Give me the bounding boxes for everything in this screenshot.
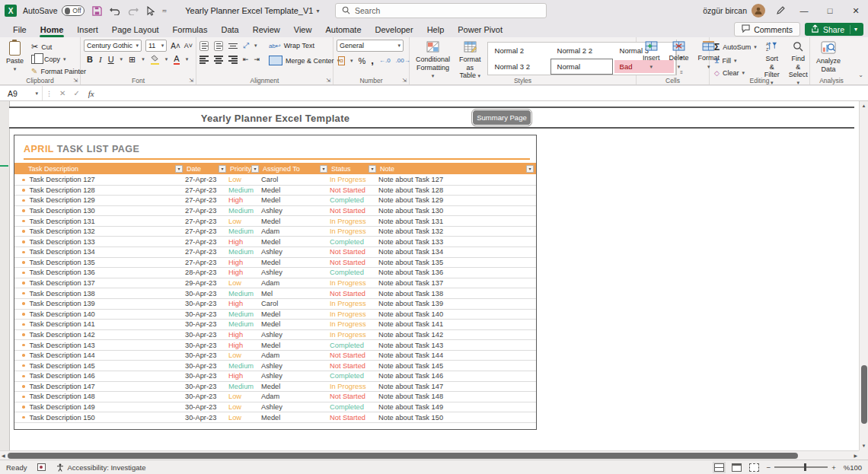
save-icon[interactable]	[92, 6, 102, 16]
touch-mode-icon[interactable]	[146, 6, 155, 16]
excel-app-icon[interactable]: X	[5, 5, 17, 17]
bottom-align-icon[interactable]	[228, 42, 238, 50]
shrink-font-button[interactable]: A˅	[184, 42, 193, 49]
accessibility-status[interactable]: Accessibility: Investigate	[56, 463, 145, 472]
table-row[interactable]: Task Description 14330-Apr-23HighMedelCo…	[14, 340, 536, 351]
table-row[interactable]: Task Description 15030-Apr-23LowMedelNot…	[14, 412, 536, 423]
filter-dropdown-icon[interactable]: ▾	[251, 165, 259, 173]
document-title[interactable]: Yearly Planner Excel Template_V1 ▾	[185, 6, 319, 15]
table-row[interactable]: Task Description 13930-Apr-23HighCarolIn…	[14, 299, 536, 310]
scroll-down-icon[interactable]: ▼	[862, 441, 866, 450]
paste-button[interactable]: Paste▾	[3, 40, 27, 75]
copy-button[interactable]: Copy▾	[30, 54, 88, 65]
tab-formulas[interactable]: Formulas	[166, 23, 215, 37]
horizontal-scroll-thumb[interactable]	[8, 453, 798, 459]
table-row[interactable]: Task Description 14430-Apr-23LowAdamNot …	[14, 351, 536, 361]
zoom-thumb[interactable]	[804, 463, 807, 471]
autosave-toggle[interactable]: Off	[62, 5, 85, 16]
align-center-icon[interactable]	[214, 55, 223, 65]
find-select-button[interactable]: Find &Select ▾	[786, 40, 811, 75]
table-row[interactable]: Task Description 13027-Apr-23MediumAshle…	[14, 206, 536, 217]
search-box[interactable]: Search	[335, 3, 547, 18]
filter-dropdown-icon[interactable]: ▾	[219, 165, 226, 173]
accounting-format-icon[interactable]: ¤	[338, 56, 345, 65]
page-layout-view-icon[interactable]	[732, 463, 742, 472]
tab-power-pivot[interactable]: Power Pivot	[451, 23, 509, 37]
close-button[interactable]: ✕	[848, 6, 863, 16]
table-row[interactable]: Task Description 14930-Apr-23LowAshleyCo…	[14, 402, 536, 413]
zoom-in-icon[interactable]: +	[831, 463, 836, 472]
undo-icon[interactable]	[110, 6, 120, 15]
redo-icon[interactable]	[128, 6, 139, 15]
insert-function-icon[interactable]: fx	[84, 89, 99, 98]
underline-button[interactable]: U	[108, 55, 114, 64]
table-row[interactable]: Task Description 12827-Apr-23MediumMedel…	[14, 186, 536, 196]
scroll-left-icon[interactable]: ◀	[0, 453, 7, 458]
alignment-dialog-launcher[interactable]: ⇲	[326, 78, 330, 84]
enter-icon[interactable]: ✓	[69, 89, 83, 97]
wrap-text-button[interactable]: ab↩Wrap Text	[267, 41, 341, 50]
analyze-data-button[interactable]: AnalyzeData	[813, 40, 844, 75]
sort-filter-button[interactable]: AZ Sort &Filter ▾	[761, 40, 783, 75]
format-as-table-button[interactable]: Format asTable ▾	[456, 40, 484, 75]
scroll-right-icon[interactable]: ▶	[852, 453, 859, 458]
table-row[interactable]: Task Description 12927-Apr-23HighMedelCo…	[14, 196, 536, 206]
table-row[interactable]: Task Description 13127-Apr-23LowMedelIn …	[14, 216, 536, 227]
page-break-view-icon[interactable]	[749, 463, 759, 472]
tab-developer[interactable]: Developer	[369, 23, 420, 37]
comments-button[interactable]: Comments	[734, 22, 800, 37]
middle-align-icon[interactable]	[214, 41, 223, 51]
borders-button[interactable]: ⊞	[129, 55, 136, 65]
filter-dropdown-icon[interactable]: ▾	[526, 165, 534, 173]
tab-page-layout[interactable]: Page Layout	[105, 23, 166, 37]
merge-center-button[interactable]: Merge & Center▾	[267, 55, 341, 66]
top-align-icon[interactable]	[199, 41, 209, 51]
scroll-up-icon[interactable]: ▲	[862, 101, 866, 110]
minimize-button[interactable]: —	[796, 6, 812, 15]
bold-button[interactable]: B	[87, 55, 93, 64]
cancel-icon[interactable]: ✕	[56, 89, 69, 97]
cell-style-normal-3-2[interactable]: Normal 3 2	[488, 59, 550, 75]
maximize-button[interactable]: □	[822, 6, 838, 15]
vertical-scroll-thumb[interactable]	[861, 365, 867, 424]
cell-style-normal[interactable]: Normal	[550, 59, 613, 75]
fill-button[interactable]: ⊻Fill▾	[713, 56, 758, 65]
summary-page-button[interactable]: Summary Page	[472, 110, 531, 126]
tab-home[interactable]: Home	[34, 23, 71, 37]
fill-color-button[interactable]	[151, 54, 159, 65]
number-dialog-launcher[interactable]: ⇲	[402, 78, 407, 84]
zoom-track[interactable]	[774, 466, 828, 468]
table-row[interactable]: Task Description 13729-Apr-23LowAdamIn P…	[14, 278, 536, 289]
sheet-title-band[interactable]: Yearly Planner Excel Template	[9, 107, 854, 129]
table-row[interactable]: Task Description 14630-Apr-23HighAshleyC…	[14, 371, 536, 382]
align-right-icon[interactable]	[228, 55, 238, 65]
table-row[interactable]: Task Description 13628-Apr-23HighAshleyC…	[14, 268, 536, 278]
tab-review[interactable]: Review	[246, 23, 287, 37]
table-row[interactable]: Task Description 14030-Apr-23MediumMedel…	[14, 310, 536, 320]
tab-file[interactable]: File	[6, 23, 34, 37]
table-row[interactable]: Task Description 13327-Apr-23HighMedelCo…	[14, 237, 536, 247]
user-account[interactable]: özgür bircan	[703, 4, 765, 17]
table-row[interactable]: Task Description 14230-Apr-23HighAshleyI…	[14, 330, 536, 341]
name-box[interactable]: A9 ▾	[0, 86, 43, 100]
tab-view[interactable]: View	[287, 23, 319, 37]
cell-style-normal-2-2[interactable]: Normal 2 2	[550, 43, 613, 59]
table-row[interactable]: Task Description 13427-Apr-23MediumAshle…	[14, 247, 536, 258]
table-row[interactable]: Task Description 13830-Apr-23MediumMelNo…	[14, 288, 536, 299]
zoom-slider[interactable]: − +	[767, 463, 836, 472]
decrease-decimal-icon[interactable]: .00→	[396, 57, 410, 64]
cut-button[interactable]: ✂Cut	[30, 41, 88, 52]
font-name-combo[interactable]: Century Gothic▾	[84, 40, 142, 52]
orientation-icon[interactable]: ⤢	[243, 41, 249, 50]
horizontal-scrollbar[interactable]: ◀ ▶	[0, 450, 859, 460]
conditional-formatting-button[interactable]: ConditionalFormatting ▾	[413, 40, 453, 75]
percent-style-button[interactable]: %	[359, 56, 366, 65]
number-format-combo[interactable]: General▾	[337, 40, 404, 52]
table-row[interactable]: Task Description 12727-Apr-23LowCarolIn …	[14, 175, 536, 186]
vertical-scrollbar[interactable]: ▲ ▼	[859, 101, 868, 450]
font-color-button[interactable]: A	[174, 54, 179, 65]
filter-dropdown-icon[interactable]: ▾	[369, 165, 376, 173]
filter-dropdown-icon[interactable]: ▾	[320, 165, 327, 173]
autosave-control[interactable]: AutoSave Off	[23, 5, 85, 16]
insert-cells-button[interactable]: Insert▾	[640, 40, 663, 75]
